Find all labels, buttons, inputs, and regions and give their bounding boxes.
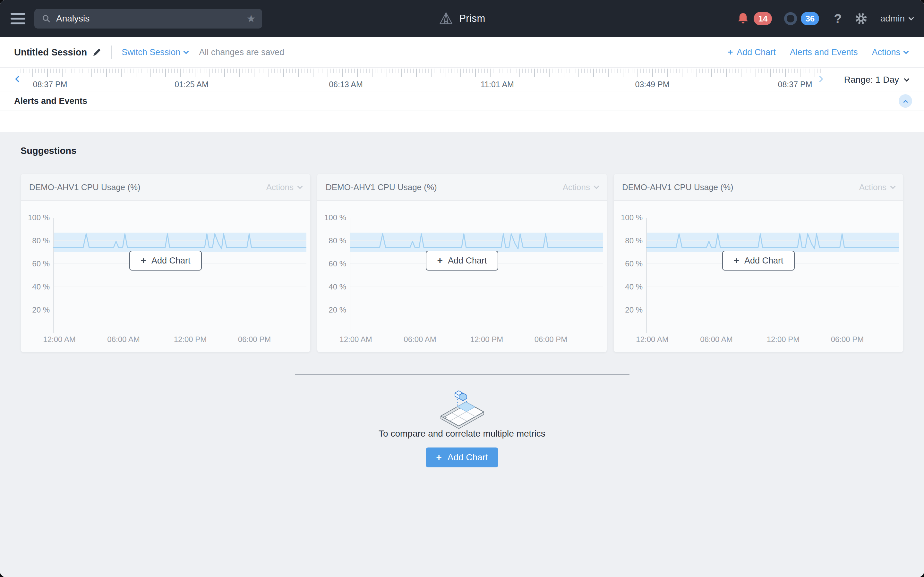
cpu-usage-chart [646,218,899,333]
suggestions-title: Suggestions [21,145,76,156]
add-chart-label: Add Chart [744,256,783,266]
x-axis-tick: 12:00 AM [636,335,668,344]
timeline-prev-button[interactable] [16,77,21,83]
suggestion-card-2: DEMO-AHV1 CPU Usage (%) Actions 100 % 80… [317,174,607,352]
alerts-and-events-link[interactable]: Alerts and Events [790,47,858,57]
y-axis-tick: 40 % [23,282,50,292]
y-axis-tick: 80 % [23,236,50,245]
timeline-scrubber[interactable]: 08:37 PM 01:25 AM 06:13 AM 11:01 AM 03:4… [0,68,924,91]
add-chart-button[interactable]: + Add Chart [722,251,795,271]
prism-analysis-page: ★ Prism 14 36 ? [0,0,924,577]
suggestion-cards: DEMO-AHV1 CPU Usage (%) Actions 100 % 80… [21,174,903,352]
y-axis-tick: 20 % [23,306,50,314]
x-axis-tick: 06:00 PM [535,335,567,344]
divider [295,374,630,375]
y-axis-tick: 20 % [320,306,346,314]
suggestions-section: Suggestions DEMO-AHV1 CPU Usage (%) Acti… [0,132,924,577]
chart-title: DEMO-AHV1 CPU Usage (%) [622,182,733,192]
compare-metrics-illustration [436,385,488,432]
timeline-time-label: 11:01 AM [481,80,514,89]
plus-icon: + [141,255,146,266]
add-chart-link[interactable]: + Add Chart [728,47,775,57]
save-status: All changes are saved [199,47,284,57]
favorite-star-icon[interactable]: ★ [246,13,256,24]
actions-label: Actions [859,182,887,192]
y-axis-tick: 20 % [616,306,643,314]
global-search[interactable]: ★ [34,9,262,29]
x-axis-tick: 06:00 AM [107,335,140,344]
y-axis-tick: 40 % [320,282,346,292]
y-axis-tick: 60 % [23,259,50,268]
y-axis-tick: 40 % [616,282,643,292]
switch-session-dropdown[interactable]: Switch Session [121,47,188,57]
y-axis-tick: 100 % [320,213,346,222]
cpu-usage-chart [350,218,603,333]
timeline-next-button[interactable] [817,77,822,83]
timeline-ruler [18,69,906,78]
timeline-time-label: 01:25 AM [174,80,208,89]
navbar-right: 14 36 ? admin [736,11,913,26]
x-axis-tick: 06:00 AM [700,335,732,344]
actions-label: Actions [266,182,294,192]
x-axis-tick: 06:00 PM [238,335,271,344]
timeline-time-label: 08:37 PM [33,80,67,89]
product-name: Prism [459,13,485,24]
actions-label: Actions [563,182,590,192]
add-chart-label: Add Chart [737,47,776,57]
y-axis-tick: 60 % [320,259,346,268]
session-bar-actions: + Add Chart Alerts and Events Actions [728,47,908,57]
y-axis-tick: 60 % [616,259,643,268]
task-count-badge[interactable]: 36 [801,12,819,25]
x-axis-tick: 12:00 PM [174,335,207,344]
search-input[interactable] [56,13,246,24]
tasks-ring-icon[interactable] [784,12,797,25]
alerts-bell-icon[interactable] [736,12,750,25]
alerts-events-section: Alerts and Events [0,91,924,111]
timeline-time-label: 08:37 PM [778,80,812,89]
search-icon [41,14,51,23]
session-title: Untitled Session [14,47,87,58]
add-chart-label: Add Chart [447,452,488,463]
range-label: Range: 1 Day [844,75,899,85]
add-chart-label: Add Chart [448,256,487,266]
top-navbar: ★ Prism 14 36 ? [0,0,924,37]
empty-state-message: To compare and correlate multiple metric… [0,429,924,439]
divider [111,45,112,59]
x-axis-tick: 12:00 PM [470,335,503,344]
session-bar: Untitled Session Switch Session All chan… [0,37,924,68]
hamburger-menu-icon[interactable] [11,13,25,24]
chevron-down-icon [890,184,896,189]
plus-icon: + [436,452,442,463]
chevron-down-icon [184,49,189,54]
add-chart-button[interactable]: + Add Chart [426,251,498,271]
x-axis-tick: 12:00 AM [339,335,372,344]
plus-icon: + [733,255,739,266]
chevron-down-icon [903,49,909,54]
chevron-down-icon [297,184,303,189]
card-actions-dropdown[interactable]: Actions [266,182,302,192]
help-icon[interactable]: ? [834,11,842,26]
card-header: DEMO-AHV1 CPU Usage (%) Actions [317,174,607,201]
edit-pencil-icon[interactable] [92,47,102,57]
card-actions-dropdown[interactable]: Actions [563,182,598,192]
chevron-up-icon [903,99,908,105]
card-header: DEMO-AHV1 CPU Usage (%) Actions [21,174,310,201]
actions-dropdown[interactable]: Actions [872,47,908,57]
range-selector[interactable]: Range: 1 Day [844,75,909,85]
x-axis-tick: 12:00 PM [767,335,800,344]
add-chart-primary-button[interactable]: + Add Chart [426,448,498,467]
y-axis-tick: 80 % [616,236,643,245]
add-chart-button[interactable]: + Add Chart [129,251,202,271]
username: admin [880,13,905,24]
x-axis-tick: 06:00 PM [831,335,864,344]
timeline-time-label: 03:49 PM [635,80,669,89]
cpu-usage-chart [53,218,306,333]
user-menu[interactable]: admin [880,13,913,24]
chart-title: DEMO-AHV1 CPU Usage (%) [326,182,437,192]
switch-session-label: Switch Session [121,47,180,57]
x-axis-tick: 12:00 AM [43,335,75,344]
alert-count-badge[interactable]: 14 [754,12,772,25]
card-actions-dropdown[interactable]: Actions [859,182,895,192]
collapse-panel-button[interactable] [899,94,912,108]
settings-gear-icon[interactable] [854,11,868,26]
